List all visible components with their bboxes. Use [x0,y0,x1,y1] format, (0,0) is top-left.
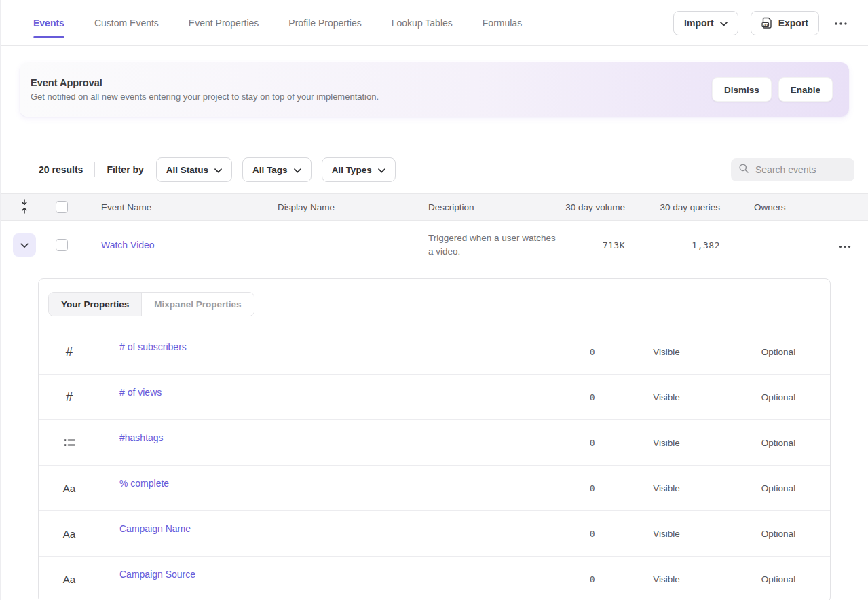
header-30-day-queries: 30 day queries [625,202,720,212]
property-row: Aa Campaign Name 0 Visible Optional [39,511,830,557]
tab-mixpanel-properties[interactable]: Mixpanel Properties [142,293,253,316]
tab-lookup-tables-label: Lookup Tables [392,18,453,29]
import-button[interactable]: Import [673,11,738,35]
property-requirement: Optional [738,438,819,448]
export-label: Export [778,18,808,29]
hash-icon: # [57,344,81,359]
filter-row: 20 results Filter by All Status All Tags… [39,157,854,182]
chevron-down-icon [20,240,29,250]
property-requirement: Optional [738,574,819,584]
chevron-down-icon [214,165,222,175]
table-row: Watch Video Triggered when a user watche… [1,221,868,269]
collapse-all-button[interactable] [1,199,48,216]
tab-your-properties[interactable]: Your Properties [49,293,142,316]
property-visibility: Visible [595,529,738,539]
property-visibility: Visible [595,438,738,448]
property-requirement: Optional [738,483,819,493]
property-requirement: Optional [738,529,819,539]
row-actions-cell [822,238,868,253]
right-divider [863,48,863,600]
banner-description: Get notified on all new events entering … [31,92,379,102]
text-type-icon: Aa [57,483,81,494]
tab-formulas-label: Formulas [483,18,522,29]
properties-panel: Your Properties Mixpanel Properties # # … [38,278,831,600]
lexicon-page: Events Custom Events Event Properties Pr… [0,0,868,600]
row-more-options-button[interactable] [836,238,854,253]
property-name-link[interactable]: % complete [119,478,169,489]
property-row: Aa Campaign Source 0 Visible Optional [39,557,830,600]
tab-custom-events[interactable]: Custom Events [94,0,159,45]
header-event-name: Event Name [101,202,278,212]
text-type-icon: Aa [57,528,81,540]
chevron-down-icon [720,18,728,29]
property-count: 0 [534,529,595,539]
property-name-cell: Campaign Name [119,523,534,534]
chevron-down-icon [294,165,301,175]
tab-event-properties[interactable]: Event Properties [189,0,259,45]
property-name-link[interactable]: #hashtags [119,432,164,443]
property-count: 0 [534,392,595,402]
status-filter-label: All Status [166,165,208,175]
top-nav-bar: Events Custom Events Event Properties Pr… [1,0,868,46]
banner-text: Event Approval Get notified on all new e… [31,77,379,102]
tags-filter-dropdown[interactable]: All Tags [242,157,312,182]
property-count: 0 [534,483,595,493]
types-filter-dropdown[interactable]: All Types [322,157,396,182]
search-input[interactable] [755,164,844,175]
select-all-cell [48,201,101,213]
more-options-button[interactable] [831,14,850,32]
vertical-divider [94,162,95,177]
enable-button[interactable]: Enable [778,77,833,102]
top-actions: Import csv Export [673,11,850,35]
property-requirement: Optional [738,392,819,402]
property-count: 0 [534,347,595,357]
filter-by-label: Filter by [107,164,143,175]
property-name-cell: # of subscribers [119,341,534,352]
row-checkbox[interactable] [56,239,68,251]
properties-tabs: Your Properties Mixpanel Properties [48,292,254,316]
header-owners: Owners [720,202,822,212]
property-name-link[interactable]: # of subscribers [119,341,187,352]
select-all-checkbox[interactable] [56,201,68,213]
banner-actions: Dismiss Enable [712,77,833,102]
list-icon [57,438,81,448]
header-display-name: Display Name [278,202,428,212]
description-cell: Triggered when a user watches a video. [428,231,558,259]
property-requirement: Optional [738,347,819,357]
top-nav-tabs: Events Custom Events Event Properties Pr… [33,0,552,45]
export-button[interactable]: csv Export [751,11,819,35]
queries-cell: 1,382 [625,240,720,250]
tab-formulas[interactable]: Formulas [483,0,522,45]
property-name-cell: # of views [119,387,534,398]
tab-lookup-tables[interactable]: Lookup Tables [392,0,453,45]
tab-custom-events-label: Custom Events [94,18,159,29]
property-row: #hashtags 0 Visible Optional [39,420,830,466]
event-name-cell: Watch Video [101,239,278,251]
property-row: # # of views 0 Visible Optional [39,375,830,420]
tab-events-label: Events [33,18,64,29]
hash-icon: # [57,390,81,405]
tab-profile-properties-label: Profile Properties [288,18,361,29]
property-row: # # of subscribers 0 Visible Optional [39,329,830,375]
property-count: 0 [534,438,595,448]
collapse-vertical-icon [20,199,29,216]
csv-file-icon: csv [761,17,772,29]
collapse-row-button[interactable] [13,233,36,257]
text-type-icon: Aa [57,574,81,585]
results-count: 20 results [39,164,83,175]
property-name-link[interactable]: # of views [119,387,162,398]
expand-cell [1,233,48,257]
tab-events[interactable]: Events [33,0,64,45]
tab-profile-properties[interactable]: Profile Properties [288,0,361,45]
status-filter-dropdown[interactable]: All Status [156,157,232,182]
property-visibility: Visible [595,574,738,584]
property-count: 0 [534,574,595,584]
search-box[interactable] [731,158,854,181]
dismiss-button[interactable]: Dismiss [712,77,772,102]
types-filter-label: All Types [332,165,372,175]
event-name-link[interactable]: Watch Video [101,240,155,250]
property-name-link[interactable]: Campaign Source [119,569,195,580]
event-approval-banner: Event Approval Get notified on all new e… [20,62,849,117]
property-name-link[interactable]: Campaign Name [119,523,191,534]
search-icon [738,163,749,176]
